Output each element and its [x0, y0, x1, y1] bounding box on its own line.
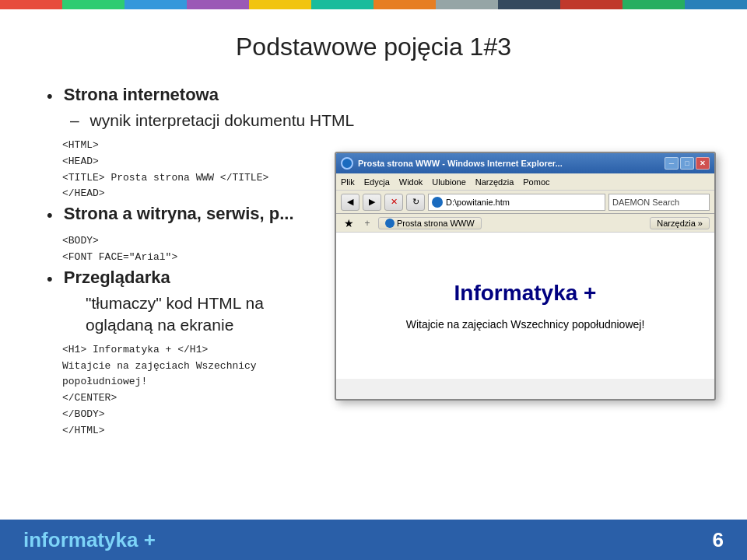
address-text: D:\powitanie.htm: [446, 198, 510, 207]
address-bar[interactable]: D:\powitanie.htm: [428, 194, 605, 211]
ie-logo-icon: [341, 157, 353, 170]
color-segment-3: [124, 0, 187, 9]
color-segment-9: [498, 0, 560, 9]
browser-window: Prosta strona WWW - Windows Internet Exp…: [335, 152, 716, 401]
refresh-button[interactable]: ↻: [406, 194, 425, 211]
color-segment-7: [374, 0, 436, 9]
browser-title-text: Prosta strona WWW - Windows Internet Exp…: [358, 159, 563, 168]
bottom-bar: informatyka + 6: [0, 520, 747, 560]
top-color-bar: [0, 0, 747, 9]
color-segment-6: [311, 0, 374, 9]
bullet-item-1: • Strona internetowa: [47, 85, 700, 107]
color-segment-8: [436, 0, 498, 9]
menu-plik[interactable]: Plik: [341, 177, 355, 187]
menu-ulubione[interactable]: Ulubione: [432, 177, 465, 187]
daemon-search-box[interactable]: DAEMON Search: [608, 194, 710, 211]
slide-title: Podstawowe pojęcia 1#3: [47, 33, 700, 61]
daemon-search-label: DAEMON Search: [612, 198, 679, 207]
sub-item-text-3b: oglądaną na ekranie: [86, 316, 233, 334]
menu-pomoc[interactable]: Pomoc: [523, 177, 549, 187]
browser-menu-bar: Plik Edycja Widok Ulubione Narzędzia Pom…: [336, 173, 714, 191]
stop-button[interactable]: ✕: [384, 194, 403, 211]
brand-label: informatyka +: [23, 528, 156, 552]
menu-narzedzia[interactable]: Narzędzia: [475, 177, 514, 187]
minimize-button[interactable]: ─: [665, 157, 679, 170]
bullet-text-1: Strona internetowa: [64, 85, 219, 105]
bookmark-item-1[interactable]: Prosta strona WWW: [378, 217, 482, 229]
back-button[interactable]: ◀: [341, 194, 359, 211]
bullet-section-1: • Strona internetowa – wynik interpretac…: [47, 85, 700, 130]
color-segment-2: [62, 0, 124, 9]
color-segment-12: [685, 0, 747, 9]
browser-toolbar: ◀ ▶ ✕ ↻ D:\powitanie.htm DAEMON Search: [336, 191, 714, 214]
bookmark-icon: [385, 219, 395, 228]
bullet-dot-3: •: [47, 269, 53, 289]
brand-plus: +: [144, 528, 156, 551]
color-segment-5: [249, 0, 311, 9]
color-segment-1: [0, 0, 62, 9]
forward-button[interactable]: ▶: [363, 194, 381, 211]
bullet-text-3: Przeglądarka: [64, 268, 170, 288]
menu-widok[interactable]: Widok: [399, 177, 423, 187]
color-segment-11: [622, 0, 685, 9]
narzedzia-button[interactable]: Narzędzia »: [650, 217, 710, 229]
address-ie-icon: [432, 197, 443, 208]
page-body-text: Witajcie na zajęciach Wszechnicy popołud…: [406, 318, 645, 331]
page-h1: Informatyka +: [454, 281, 597, 306]
code-line-13: </HTML>: [62, 423, 700, 439]
bullet-dot-1: •: [47, 86, 53, 107]
maximize-button[interactable]: □: [680, 157, 694, 170]
menu-edycja[interactable]: Edycja: [364, 177, 390, 187]
sub-item-1: – wynik interpretacji dokumentu HTML: [47, 111, 700, 130]
bullet-text-2: Strona a witryna, serwis, p...: [64, 204, 294, 224]
browser-content: Informatyka + Witajcie na zajęciach Wsze…: [336, 233, 714, 379]
sub-item-text-1: wynik interpretacji dokumentu HTML: [90, 111, 355, 129]
add-bookmark-icon: +: [359, 215, 375, 231]
bookmark-label: Prosta strona WWW: [397, 219, 475, 228]
star-icon: ★: [341, 215, 356, 231]
sub-item-text-3a: "tłumaczy" kod HTML na: [86, 294, 264, 312]
close-button[interactable]: ✕: [696, 157, 710, 170]
window-controls: ─ □ ✕: [665, 157, 710, 170]
bookmarks-bar: ★ + Prosta strona WWW Narzędzia »: [336, 214, 714, 233]
bullet-dot-2: •: [47, 205, 53, 226]
browser-titlebar: Prosta strona WWW - Windows Internet Exp…: [336, 153, 714, 173]
page-number: 6: [713, 528, 724, 552]
color-segment-4: [187, 0, 249, 9]
color-segment-10: [560, 0, 622, 9]
brand-text: informatyka: [23, 528, 138, 551]
code-line-11: </BODY>: [62, 407, 700, 423]
